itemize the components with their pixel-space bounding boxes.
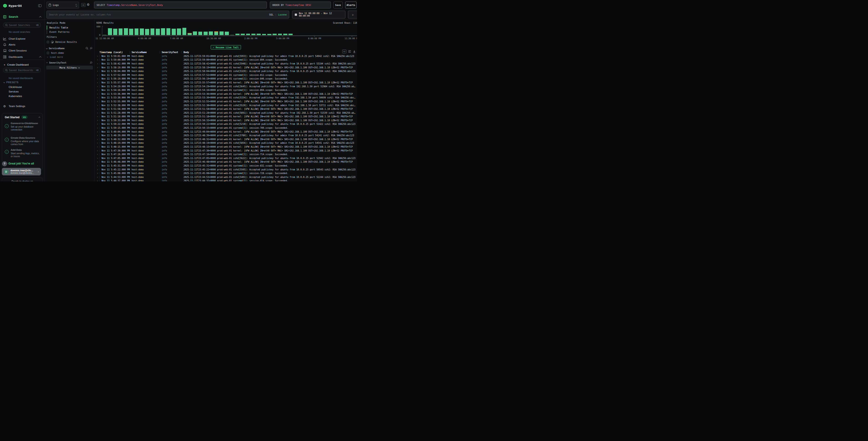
- histogram-bar[interactable]: [288, 34, 292, 35]
- table-row[interactable]: ›Nov 11 5:45:22.000 PMhost-demoinfo2025-…: [94, 168, 357, 172]
- histogram-bar[interactable]: [182, 28, 186, 35]
- saved-dashboards-input[interactable]: Saved Dashboards ⌘K: [3, 68, 41, 73]
- row-expand-icon[interactable]: ›: [97, 55, 99, 57]
- lucene-mode-toggle[interactable]: Lucene: [278, 13, 287, 16]
- histogram-bar[interactable]: [214, 31, 218, 35]
- chevron-up-icon[interactable]: [39, 56, 41, 58]
- table-row[interactable]: ›Nov 11 5:45:08.000 PMhost-demoinfo2025-…: [94, 171, 357, 175]
- column-header-timestamp[interactable]: Timestamp (Local): [99, 51, 130, 54]
- sidebar-item-team-settings[interactable]: ⚙ Team Settings: [0, 104, 44, 109]
- histogram-bar[interactable]: [145, 29, 149, 35]
- filter-value-host-demo[interactable]: host-demo: [47, 52, 64, 54]
- table-row[interactable]: ›Nov 11 5:59:00.000 PMhost-demoinfo2025-…: [94, 58, 357, 62]
- histogram-bar[interactable]: [241, 34, 245, 35]
- row-expand-icon[interactable]: ›: [97, 160, 99, 163]
- row-expand-icon[interactable]: ›: [97, 134, 99, 137]
- table-row[interactable]: ›Nov 11 5:51:28.000 PMhost-demoinfo2025-…: [94, 111, 357, 115]
- user-menu[interactable]: D dominic.tran@clic... dominic.tran@clic…: [2, 168, 41, 175]
- histogram-bar[interactable]: [166, 28, 170, 35]
- histogram-bar[interactable]: [140, 28, 144, 35]
- code-view-icon[interactable]: <>: [81, 3, 85, 7]
- chevron-up-icon[interactable]: [39, 117, 40, 118]
- histogram-bar[interactable]: [113, 29, 117, 35]
- row-expand-icon[interactable]: ›: [97, 130, 99, 133]
- checklist-item-connect[interactable]: ✓ Connect to ClickHouse Set up your data…: [5, 122, 41, 131]
- table-row[interactable]: ›Nov 11 5:48:15.000 PMhost-demoinfo2025-…: [94, 145, 357, 149]
- histogram-bar[interactable]: [267, 34, 272, 35]
- table-row[interactable]: ›Nov 11 5:57:52.000 PMhost-demoinfo2025-…: [94, 73, 357, 77]
- table-row[interactable]: ›Nov 11 5:44:37.000 PMhost-demoinfo2025-…: [94, 179, 357, 181]
- order-by-input[interactable]: ORDER BY TimestampTime DESC: [270, 2, 331, 8]
- table-row[interactable]: ›Nov 11 5:52:38.000 PMhost-demoinfo2025-…: [94, 104, 357, 107]
- mode-event-patterns[interactable]: Event Patterns: [47, 30, 92, 34]
- row-expand-icon[interactable]: ›: [97, 168, 99, 171]
- table-row[interactable]: ›Nov 11 5:49:04.000 PMhost-demoinfo2025-…: [94, 130, 357, 134]
- histogram-bar[interactable]: [209, 31, 213, 35]
- table-row[interactable]: ›Nov 11 5:50:22.000 PMhost-demoinfo2025-…: [94, 122, 357, 126]
- histogram-bar[interactable]: [283, 34, 287, 35]
- preset-clickhouse[interactable]: ClickHouse: [9, 86, 44, 88]
- table-row[interactable]: ›Nov 11 5:45:31.000 PMhost-demoinfo2025-…: [94, 164, 357, 168]
- histogram-bar[interactable]: [273, 34, 277, 35]
- row-expand-icon[interactable]: ›: [97, 179, 99, 181]
- histogram-bar[interactable]: [151, 28, 155, 35]
- search-input[interactable]: [49, 13, 269, 16]
- row-expand-icon[interactable]: ›: [97, 115, 99, 118]
- row-expand-icon[interactable]: ›: [97, 157, 99, 159]
- collapse-sidebar-icon[interactable]: [38, 4, 41, 7]
- histogram-bar[interactable]: [236, 34, 240, 35]
- table-row[interactable]: ›Nov 11 5:54:29.000 PMhost-demoinfo2025-…: [94, 85, 357, 88]
- checklist-item-add-data[interactable]: ✓ Add Data Start sending logs, metrics, …: [5, 149, 41, 158]
- histogram-bar[interactable]: [257, 34, 261, 35]
- histogram-bar[interactable]: [198, 32, 203, 35]
- histogram-bar[interactable]: [172, 29, 176, 35]
- resume-live-tail-button[interactable]: ⚡ Resume Live Tail: [211, 45, 241, 50]
- pin-icon[interactable]: [90, 47, 92, 50]
- sidebar-item-search[interactable]: Search: [0, 14, 44, 19]
- table-row[interactable]: ›Nov 11 5:47:16.000 PMhost-demoinfo2025-…: [94, 152, 357, 156]
- histogram-bar[interactable]: [156, 29, 160, 35]
- saved-searches-input[interactable]: Saved Searches ⌘K: [3, 23, 41, 28]
- table-row[interactable]: ›Nov 11 5:50:15.000 PMhost-demoinfo2025-…: [94, 126, 357, 130]
- histogram-bar[interactable]: [188, 33, 192, 35]
- search-icon[interactable]: [86, 47, 88, 50]
- histogram-bar[interactable]: [177, 28, 181, 35]
- row-expand-icon[interactable]: ›: [97, 85, 99, 88]
- row-expand-icon[interactable]: ›: [97, 66, 99, 69]
- table-row[interactable]: ›Nov 11 5:48:32.000 PMhost-demoinfo2025-…: [94, 137, 357, 141]
- column-header-body[interactable]: Body: [182, 51, 357, 54]
- filter-group-servicename[interactable]: ServiceName: [46, 47, 92, 50]
- row-expand-icon[interactable]: ›: [97, 62, 99, 65]
- row-expand-icon[interactable]: ›: [97, 127, 99, 129]
- row-expand-icon[interactable]: ›: [97, 153, 99, 155]
- column-settings-icon[interactable]: [348, 50, 351, 53]
- load-more-button[interactable]: › Load more: [47, 56, 63, 58]
- histogram-bar[interactable]: [103, 35, 107, 35]
- gear-icon[interactable]: ⚙: [87, 3, 90, 6]
- save-button[interactable]: Save: [333, 2, 343, 8]
- histogram-bar[interactable]: [204, 32, 208, 35]
- pin-icon[interactable]: [90, 61, 92, 64]
- filter-group-severitytext[interactable]: › SeverityText: [46, 61, 92, 64]
- table-row[interactable]: ›Nov 11 5:44:53.000 PMhost-demoinfo2025-…: [94, 175, 357, 179]
- table-row[interactable]: ›Nov 11 5:53:36.000 PMhost-demoinfo2025-…: [94, 92, 357, 96]
- table-row[interactable]: ›Nov 11 5:48:39.000 PMhost-demoinfo2025-…: [94, 134, 357, 137]
- alerts-button[interactable]: Alerts: [345, 2, 356, 8]
- histogram-bar[interactable]: [193, 31, 197, 35]
- table-row[interactable]: ›Nov 11 5:51:18.000 PMhost-demoinfo2025-…: [94, 115, 357, 119]
- sidebar-item-dashboards[interactable]: Dashboards: [0, 55, 44, 59]
- row-expand-icon[interactable]: ›: [97, 70, 99, 72]
- help-button[interactable]: ?: [2, 161, 7, 166]
- row-expand-icon[interactable]: ›: [97, 142, 99, 144]
- table-row[interactable]: ›Nov 11 5:50:33.000 PMhost-demoinfo2025-…: [94, 118, 357, 122]
- table-row[interactable]: ›Nov 11 5:47:30.000 PMhost-demoinfo2025-…: [94, 149, 357, 153]
- table-row[interactable]: ›Nov 11 5:48:19.000 PMhost-demoinfo2025-…: [94, 141, 357, 145]
- row-expand-icon[interactable]: ›: [97, 123, 99, 125]
- histogram-bar[interactable]: [230, 35, 234, 35]
- row-expand-icon[interactable]: ›: [97, 149, 99, 152]
- table-row[interactable]: ›Nov 11 5:52:55.000 PMhost-demoinfo2025-…: [94, 99, 357, 104]
- histogram-bar[interactable]: [108, 28, 112, 35]
- sidebar-item-alerts[interactable]: Alerts: [0, 42, 44, 47]
- histogram-bar[interactable]: [119, 28, 123, 35]
- table-row[interactable]: ›Nov 11 5:56:19.000 PMhost-demoinfo2025-…: [94, 77, 357, 81]
